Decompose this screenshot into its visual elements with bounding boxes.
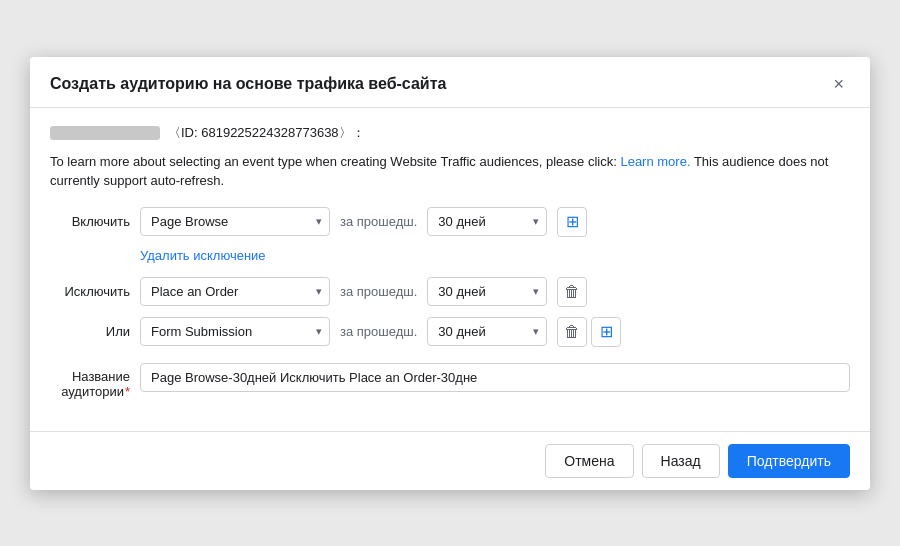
- include-event-select[interactable]: Page BrowsePlace an OrderForm Submission…: [140, 207, 330, 236]
- or-event-select[interactable]: Page BrowsePlace an OrderForm Submission…: [140, 317, 330, 346]
- include-event-wrapper: Page BrowsePlace an OrderForm Submission…: [140, 207, 330, 236]
- modal-footer: Отмена Назад Подтвердить: [30, 431, 870, 490]
- learn-more-link[interactable]: Learn more.: [620, 154, 690, 169]
- or-days-select[interactable]: 30 дней60 дней90 дней180 дней: [427, 317, 547, 346]
- modal-title: Создать аудиторию на основе трафика веб-…: [50, 75, 446, 93]
- or-delete-button[interactable]: 🗑: [557, 317, 587, 347]
- required-star: *: [125, 384, 130, 399]
- or-separator: за прошедш.: [340, 324, 417, 339]
- or-label: Или: [50, 324, 130, 339]
- remove-exclusion-row: Удалить исключение: [140, 247, 850, 263]
- info-text-content: To learn more about selecting an event t…: [50, 154, 617, 169]
- exclude-label: Исключить: [50, 284, 130, 299]
- back-button[interactable]: Назад: [642, 444, 720, 478]
- or-action-buttons: 🗑 ⊞: [557, 317, 621, 347]
- include-label: Включить: [50, 214, 130, 229]
- include-separator: за прошедш.: [340, 214, 417, 229]
- info-text: To learn more about selecting an event t…: [50, 152, 850, 191]
- cancel-button[interactable]: Отмена: [545, 444, 633, 478]
- close-button[interactable]: ×: [827, 73, 850, 95]
- modal-overlay: Создать аудиторию на основе трафика веб-…: [0, 0, 900, 546]
- modal-dialog: Создать аудиторию на основе трафика веб-…: [30, 57, 870, 490]
- modal-body: 〈ID: 6819225224328773638〉： To learn more…: [30, 108, 870, 431]
- include-days-select[interactable]: 30 дней60 дней90 дней180 дней: [427, 207, 547, 236]
- or-days-wrapper: 30 дней60 дней90 дней180 дней ▾: [427, 317, 547, 346]
- modal-header: Создать аудиторию на основе трафика веб-…: [30, 57, 870, 108]
- or-event-wrapper: Page BrowsePlace an OrderForm Submission…: [140, 317, 330, 346]
- exclude-row: Исключить Page BrowsePlace an OrderForm …: [50, 277, 850, 307]
- account-id: 〈ID: 6819225224328773638〉：: [168, 124, 365, 142]
- or-add-button[interactable]: ⊞: [591, 317, 621, 347]
- include-days-wrapper: 30 дней60 дней90 дней180 дней ▾: [427, 207, 547, 236]
- name-row: Название аудитории*: [50, 363, 850, 399]
- name-label: Название аудитории*: [50, 363, 130, 399]
- exclude-separator: за прошедш.: [340, 284, 417, 299]
- exclude-days-wrapper: 30 дней60 дней90 дней180 дней ▾: [427, 277, 547, 306]
- include-add-button[interactable]: ⊞: [557, 207, 587, 237]
- confirm-button[interactable]: Подтвердить: [728, 444, 850, 478]
- account-avatar: [50, 126, 160, 140]
- account-row: 〈ID: 6819225224328773638〉：: [50, 124, 850, 142]
- exclude-days-select[interactable]: 30 дней60 дней90 дней180 дней: [427, 277, 547, 306]
- audience-name-input[interactable]: [140, 363, 850, 392]
- remove-exclusion-link[interactable]: Удалить исключение: [140, 248, 266, 263]
- exclude-delete-button[interactable]: 🗑: [557, 277, 587, 307]
- or-row: Или Page BrowsePlace an OrderForm Submis…: [50, 317, 850, 347]
- exclude-event-wrapper: Page BrowsePlace an OrderForm Submission…: [140, 277, 330, 306]
- exclude-event-select[interactable]: Page BrowsePlace an OrderForm Submission…: [140, 277, 330, 306]
- include-row: Включить Page BrowsePlace an OrderForm S…: [50, 207, 850, 237]
